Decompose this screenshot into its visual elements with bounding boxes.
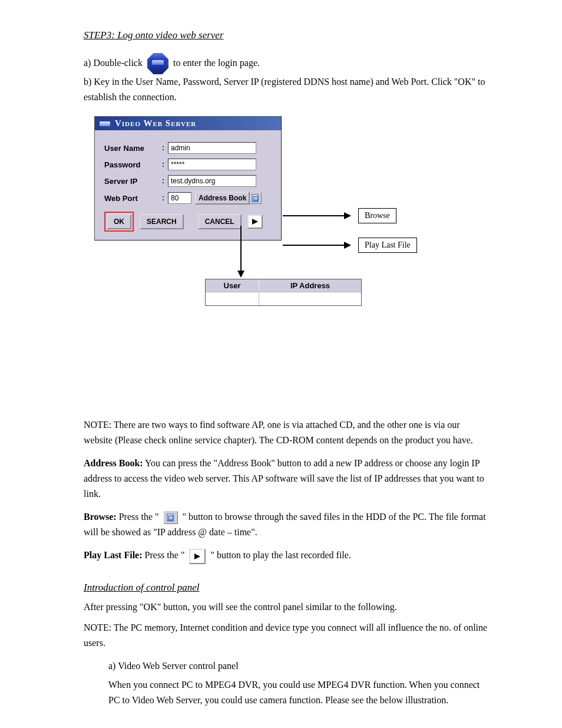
inline-play-icon xyxy=(189,549,206,564)
address-book-button[interactable]: Address Book xyxy=(195,192,250,205)
colon: : xyxy=(162,160,168,169)
search-button[interactable]: SEARCH xyxy=(140,214,184,229)
browse-button[interactable] xyxy=(250,192,262,204)
input-serverip[interactable] xyxy=(168,175,256,187)
cp-note: NOTE: The PC memory, Internet condition … xyxy=(84,620,490,650)
inline-browse-icon xyxy=(164,511,178,524)
intro-a-text2: to enter the login page. xyxy=(173,58,260,68)
colon: : xyxy=(162,144,168,152)
input-username[interactable] xyxy=(168,142,256,154)
intro-a-text1: a) Double-click xyxy=(84,58,143,68)
play-last-button[interactable] xyxy=(247,215,263,229)
play-icon xyxy=(251,218,259,225)
label-play-bold: Play Last File: xyxy=(84,550,143,560)
cancel-button[interactable]: CANCEL xyxy=(198,214,242,229)
arrow-addressbook xyxy=(240,226,242,274)
note-find-ap: NOTE: There are two ways to find softwar… xyxy=(84,417,490,447)
svg-marker-9 xyxy=(194,554,200,559)
ok-button[interactable]: OK xyxy=(107,214,131,229)
arrow-play xyxy=(283,245,348,246)
app-launch-icon xyxy=(147,53,168,74)
login-dialog: Video Web Server User Name : Password : … xyxy=(94,116,282,241)
section-title-step3: STEP3: Log onto video web server xyxy=(84,29,521,41)
cp-a-body: When you connect PC to MPEG4 DVR, you co… xyxy=(108,677,490,707)
label-username: User Name xyxy=(104,144,162,153)
address-table: User IP Address xyxy=(205,279,362,306)
dialog-titlebar: Video Web Server xyxy=(95,117,281,130)
section-title-control-panel: Introduction of control panel xyxy=(84,582,521,594)
address-book-label: Address Book xyxy=(199,194,246,202)
text-play-a: Press the " xyxy=(145,550,185,560)
colon: : xyxy=(162,194,168,202)
input-webport[interactable] xyxy=(168,192,191,204)
cp-a-lead: a) Video Web Server control panel xyxy=(108,658,490,674)
cp-line1: After pressing "OK" button, you will see… xyxy=(84,599,490,615)
cell-user-empty xyxy=(206,292,259,306)
input-password[interactable] xyxy=(168,159,256,170)
text-play-b: " button to play the last recorded file. xyxy=(210,550,351,560)
dialog-title: Video Web Server xyxy=(115,118,196,129)
col-user: User xyxy=(206,279,259,292)
callout-browse: Browse xyxy=(358,208,396,223)
intro-line-b: b) Key in the User Name, Password, Serve… xyxy=(84,74,490,104)
svg-marker-4 xyxy=(252,219,258,225)
text-addressbook-body: You can press the "Address Book" button … xyxy=(84,458,484,498)
label-serverip: Server IP xyxy=(104,177,162,186)
document-icon xyxy=(167,513,175,522)
arrow-browse xyxy=(283,215,348,216)
cell-ip-empty xyxy=(259,292,362,306)
dialog-device-icon xyxy=(100,121,110,126)
text-browse-a: Press the " xyxy=(119,512,159,522)
play-icon xyxy=(193,553,201,560)
label-addressbook-bold: Address Book: xyxy=(84,458,143,468)
ok-highlight: OK xyxy=(104,212,134,232)
label-webport: Web Port xyxy=(104,194,162,203)
intro-line-a: a) Double-click to enter the login page. xyxy=(84,53,490,74)
document-icon xyxy=(252,194,260,202)
label-browse-bold: Browse: xyxy=(84,512,117,522)
colon: : xyxy=(162,177,168,185)
col-ip: IP Address xyxy=(259,279,362,292)
callout-play: Play Last File xyxy=(358,238,417,253)
label-password: Password xyxy=(104,160,162,169)
